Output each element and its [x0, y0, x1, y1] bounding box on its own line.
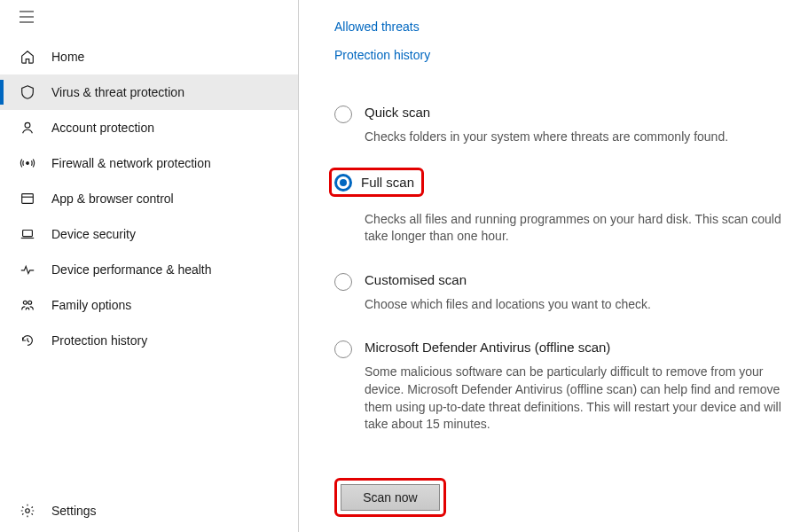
signal-icon — [20, 155, 35, 171]
nav-label: Home — [51, 50, 84, 64]
svg-point-9 — [23, 301, 27, 304]
nav-label: Family options — [51, 298, 131, 312]
svg-point-10 — [28, 301, 32, 304]
scan-desc: Some malicious software can be particula… — [365, 364, 781, 433]
shield-icon — [20, 84, 35, 100]
nav-label: Protection history — [51, 333, 147, 348]
svg-point-3 — [25, 122, 30, 128]
sidebar: Home Virus & threat protection Account p… — [0, 0, 299, 532]
scan-body: Microsoft Defender Antivirus (offline sc… — [365, 340, 781, 433]
heartbeat-icon — [20, 262, 35, 278]
main-content: Allowed threats Protection history Quick… — [299, 0, 808, 532]
scan-title: Microsoft Defender Antivirus (offline sc… — [365, 340, 781, 355]
scan-option-custom[interactable]: Customised scan Choose which files and l… — [334, 272, 781, 314]
scan-option-offline[interactable]: Microsoft Defender Antivirus (offline sc… — [334, 340, 781, 433]
scan-option-quick[interactable]: Quick scan Checks folders in your system… — [334, 105, 781, 146]
nav-item-app-browser[interactable]: App & browser control — [0, 181, 298, 216]
home-icon — [20, 49, 35, 65]
window-icon — [20, 191, 35, 207]
radio-custom-scan[interactable] — [334, 273, 352, 291]
hamburger-icon — [20, 11, 34, 26]
nav-label: Settings — [51, 504, 97, 518]
scan-desc: Checks all files and running programmes … — [365, 211, 781, 246]
link-allowed-threats[interactable]: Allowed threats — [334, 20, 781, 34]
scan-title: Full scan — [361, 175, 414, 190]
nav-label: App & browser control — [51, 192, 174, 206]
radio-quick-scan[interactable] — [334, 106, 352, 123]
nav-item-family-options[interactable]: Family options — [0, 287, 298, 323]
nav-label: Device security — [51, 227, 136, 241]
nav-item-virus-threat[interactable]: Virus & threat protection — [0, 74, 298, 110]
nav-item-home[interactable]: Home — [0, 39, 298, 74]
nav-label: Account protection — [51, 121, 154, 135]
scan-body: Quick scan Checks folders in your system… — [365, 105, 781, 146]
scan-desc: Checks folders in your system where thre… — [365, 129, 781, 146]
person-icon — [20, 120, 35, 136]
scan-body: Customised scan Choose which files and l… — [365, 272, 781, 314]
highlight-box-full-scan: Full scan — [329, 168, 424, 197]
svg-rect-7 — [23, 231, 33, 237]
highlight-box-scan-now: Scan now — [334, 478, 446, 517]
nav-label: Virus & threat protection — [51, 85, 184, 99]
scan-now-button[interactable]: Scan now — [341, 484, 440, 511]
svg-point-11 — [26, 509, 30, 513]
nav-item-settings[interactable]: Settings — [0, 493, 298, 528]
nav-label: Device performance & health — [51, 262, 212, 277]
nav-label: Firewall & network protection — [51, 156, 211, 170]
nav-item-protection-history[interactable]: Protection history — [0, 323, 298, 358]
nav-item-device-performance[interactable]: Device performance & health — [0, 252, 298, 287]
link-list: Allowed threats Protection history — [334, 20, 781, 62]
hamburger-menu-button[interactable] — [9, 4, 44, 32]
nav-item-firewall[interactable]: Firewall & network protection — [0, 145, 298, 181]
nav-item-account-protection[interactable]: Account protection — [0, 110, 298, 145]
family-icon — [20, 297, 35, 313]
svg-rect-5 — [22, 194, 34, 204]
scan-body: Full scan Checks all files and running p… — [334, 173, 781, 246]
nav-item-device-security[interactable]: Device security — [0, 216, 298, 252]
scan-option-full[interactable]: Full scan Checks all files and running p… — [334, 173, 781, 246]
link-protection-history[interactable]: Protection history — [334, 48, 781, 62]
svg-point-4 — [27, 162, 29, 165]
scan-title: Quick scan — [365, 105, 781, 120]
radio-full-scan[interactable] — [334, 174, 352, 192]
scan-title: Customised scan — [365, 272, 781, 287]
scan-desc: Choose which files and locations you wan… — [365, 296, 781, 314]
radio-offline-scan[interactable] — [334, 340, 352, 358]
laptop-icon — [20, 226, 35, 242]
history-icon — [20, 332, 35, 348]
nav-list: Home Virus & threat protection Account p… — [0, 39, 298, 358]
gear-icon — [20, 503, 35, 519]
